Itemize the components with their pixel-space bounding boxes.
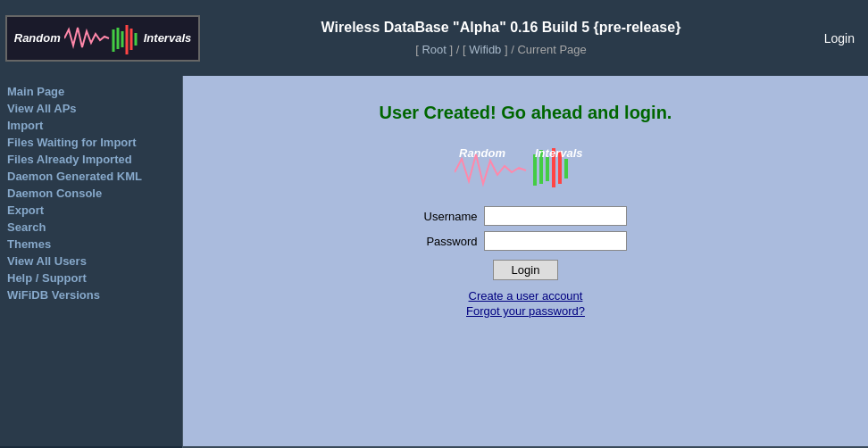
links-row: Create a user account Forgot your passwo…	[466, 289, 585, 319]
sidebar: Main PageView All APsImportFiles Waiting…	[0, 76, 183, 446]
sidebar-item-themes: Themes	[0, 236, 182, 253]
password-label: Password	[424, 235, 478, 248]
sidebar-link-import[interactable]: Import	[7, 119, 43, 132]
sidebar-link-view-all-aps[interactable]: View All APs	[7, 102, 77, 115]
sidebar-link-main-page[interactable]: Main Page	[7, 85, 64, 98]
sidebar-item-wifidb-versions: WiFiDB Versions	[0, 286, 182, 303]
create-account-link[interactable]: Create a user account	[466, 289, 585, 303]
logo-box: Random Intervals	[5, 15, 200, 62]
sidebar-link-files-already-imported[interactable]: Files Already Imported	[7, 153, 132, 166]
sidebar-link-help-support[interactable]: Help / Support	[7, 271, 87, 285]
sidebar-item-search: Search	[0, 219, 182, 236]
logo-text-random: Random	[14, 31, 61, 45]
header-center: Wireless DataBase "Alpha" 0.16 Build 5 {…	[205, 20, 797, 56]
breadcrumb: [ Root ] / [ Wifidb ] / Current Page	[205, 43, 797, 56]
form-logo-svg: Random Intervals	[455, 141, 597, 190]
sidebar-item-help-support: Help / Support	[0, 270, 182, 286]
app-title: Wireless DataBase "Alpha" 0.16 Build 5 {…	[205, 20, 797, 36]
sidebar-item-import: Import	[0, 117, 182, 134]
sidebar-link-search[interactable]: Search	[7, 220, 46, 234]
header-login-link[interactable]: Login	[824, 31, 855, 46]
sidebar-link-export[interactable]: Export	[7, 203, 44, 217]
username-input[interactable]	[484, 206, 627, 226]
sidebar-link-themes[interactable]: Themes	[7, 237, 51, 251]
login-btn-row: Login	[493, 260, 559, 280]
breadcrumb-root-link[interactable]: Root	[421, 43, 446, 56]
logo-login: Random Intervals	[455, 141, 597, 193]
sidebar-link-daemon-console[interactable]: Daemon Console	[7, 187, 102, 200]
sidebar-link-view-all-users[interactable]: View All Users	[7, 254, 87, 268]
logo-wave-svg	[64, 21, 140, 56]
main-layout: Main PageView All APsImportFiles Waiting…	[0, 76, 868, 446]
sidebar-item-files-already-imported: Files Already Imported	[0, 151, 182, 168]
logo-text-intervals: Intervals	[144, 31, 191, 45]
sidebar-item-view-all-aps: View All APs	[0, 100, 182, 117]
sidebar-link-wifidb-versions[interactable]: WiFiDB Versions	[7, 288, 100, 302]
forgot-password-link[interactable]: Forgot your password?	[466, 304, 585, 318]
login-button[interactable]: Login	[493, 260, 559, 280]
success-message: User Created! Go ahead and login.	[380, 103, 672, 123]
svg-text:Intervals: Intervals	[535, 146, 582, 160]
sidebar-item-files-waiting-import: Files Waiting for Import	[0, 134, 182, 151]
sidebar-item-daemon-generated-kml: Daemon Generated KML	[0, 168, 182, 185]
svg-text:Random: Random	[459, 146, 505, 160]
header: Random Intervals Wireless DataBase "Alph…	[0, 0, 868, 76]
sidebar-link-daemon-generated-kml[interactable]: Daemon Generated KML	[7, 170, 142, 183]
username-label: Username	[424, 210, 478, 223]
form-fields: Username Password	[424, 206, 628, 251]
breadcrumb-wifidb-link[interactable]: Wifidb	[469, 43, 501, 56]
breadcrumb-current: Current Page	[517, 43, 586, 56]
sidebar-item-export: Export	[0, 202, 182, 219]
sidebar-item-main-page: Main Page	[0, 83, 182, 100]
logo-area: Random Intervals	[0, 0, 205, 76]
password-input[interactable]	[484, 231, 627, 251]
sidebar-link-files-waiting-import[interactable]: Files Waiting for Import	[7, 136, 137, 149]
header-login-area: Login	[797, 31, 868, 46]
sidebar-item-daemon-console: Daemon Console	[0, 185, 182, 202]
content-area: User Created! Go ahead and login. Random	[183, 76, 868, 446]
sidebar-item-view-all-users: View All Users	[0, 253, 182, 270]
login-form-container: Random Intervals Username	[424, 141, 628, 319]
